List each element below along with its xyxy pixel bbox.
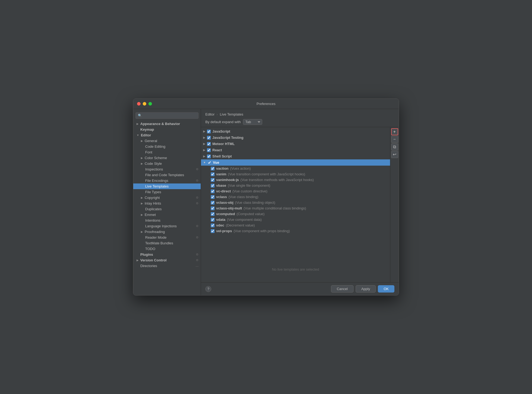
chevron-right-icon: ▶ [141, 196, 143, 199]
sidebar-item-directories[interactable]: Directories — [133, 263, 201, 269]
group-javascript-testing-checkbox[interactable] [207, 136, 211, 140]
group-react[interactable]: ▶ React [201, 147, 399, 153]
breadcrumb-part1: Editor [205, 112, 215, 116]
reset-template-button[interactable]: ↩ [391, 151, 398, 158]
sidebar-item-textmate-bundles[interactable]: TextMate Bundles [133, 240, 201, 246]
template-vanim[interactable]: vanim (Vue transition component with Jav… [201, 171, 399, 177]
template-vdec[interactable]: vdec (Decrement value) [201, 222, 399, 228]
sidebar-item-font[interactable]: Font [133, 149, 201, 155]
template-vanimhook-js[interactable]: vanimhook-js (Vue transition methods wit… [201, 177, 399, 183]
sidebar-item-code-style[interactable]: ▶ Code Style [133, 161, 201, 166]
add-template-button[interactable]: + [391, 128, 398, 135]
template-vclass-obj-mult-checkbox[interactable] [211, 206, 215, 210]
sidebar-item-version-control[interactable]: ▶ Version Control ⚙ [133, 257, 201, 263]
template-vclass-checkbox[interactable] [211, 195, 215, 199]
group-vue[interactable]: ▼ Vue [201, 159, 399, 166]
sidebar-item-appearance[interactable]: ▶ Appearance & Behavior [133, 121, 201, 127]
cancel-button[interactable]: Cancel [331, 285, 353, 293]
chevron-right-icon: ▶ [203, 136, 205, 139]
group-javascript[interactable]: ▶ JavaScript [201, 128, 399, 134]
template-vaction-checkbox[interactable] [211, 167, 215, 170]
template-desc: (Vue multiple conditional class bindings… [244, 206, 306, 210]
search-icon: 🔍 [138, 114, 142, 117]
titlebar: Preferences [133, 99, 399, 109]
expand-select[interactable]: Tab Enter Space [243, 119, 262, 125]
sidebar-item-label: Proofreading [145, 230, 165, 234]
sidebar-item-file-types[interactable]: File Types [133, 189, 201, 195]
preferences-window: Preferences 🔍 ▶ Appearance & Behavior Ke… [133, 98, 399, 296]
sidebar-item-label: Inspections [145, 167, 163, 171]
apply-button[interactable]: Apply [356, 285, 376, 293]
template-vanimhook-js-checkbox[interactable] [211, 178, 215, 182]
chevron-right-icon: ▶ [141, 139, 143, 142]
group-shell-script-checkbox[interactable] [207, 155, 211, 158]
sidebar-item-plugins[interactable]: Plugins ⚙ [133, 252, 201, 257]
sidebar-item-file-code-templates[interactable]: File and Code Templates [133, 172, 201, 178]
close-button[interactable] [137, 102, 141, 106]
sidebar-item-general[interactable]: ▶ General [133, 138, 201, 144]
template-name: vclass-obj-mult [216, 206, 242, 210]
template-vc-direct-checkbox[interactable] [211, 189, 215, 193]
sidebar-item-inlay-hints[interactable]: ▶ Inlay Hints ⚙ [133, 201, 201, 206]
group-label: JavaScript [212, 129, 230, 133]
template-vclass-obj-mult[interactable]: vclass-obj-mult (Vue multiple conditiona… [201, 205, 399, 211]
sidebar-item-language-injections[interactable]: Language Injections ⚙ [133, 223, 201, 229]
help-button[interactable]: ? [205, 286, 211, 292]
sidebar-item-label: Color Scheme [145, 156, 167, 160]
chevron-right-icon: ▶ [203, 149, 205, 152]
sidebar-item-intentions[interactable]: Intentions [133, 218, 201, 223]
sidebar-item-keymap[interactable]: Keymap [133, 127, 201, 132]
template-vc-direct[interactable]: vc-direct (Vue custom directive) [201, 188, 399, 194]
sidebar-item-file-encodings[interactable]: File Encodings ⚙ [133, 178, 201, 183]
group-javascript-checkbox[interactable] [207, 130, 211, 133]
template-desc: (Vuex action) [230, 166, 251, 170]
search-box[interactable]: 🔍 [135, 112, 199, 119]
remove-template-button[interactable]: − [391, 136, 398, 143]
search-input[interactable] [144, 114, 196, 117]
sidebar-item-color-scheme[interactable]: ▶ Color Scheme [133, 155, 201, 161]
copy-template-button[interactable]: ⧉ [391, 143, 398, 150]
sidebar-item-live-templates[interactable]: Live Templates [133, 183, 201, 189]
template-desc: (Vue class binding) [229, 195, 258, 199]
sidebar-item-code-editing[interactable]: Code Editing [133, 144, 201, 149]
sidebar-item-todo[interactable]: TODO [133, 246, 201, 252]
group-meteor-html[interactable]: ▶ Meteor HTML [201, 141, 399, 147]
template-vclass[interactable]: vclass (Vue class binding) [201, 194, 399, 200]
sidebar-item-editor[interactable]: ▼ Editor [133, 132, 201, 138]
group-label: Shell Script [212, 154, 232, 158]
template-vel-props-checkbox[interactable] [211, 229, 215, 233]
breadcrumb: Editor › Live Templates [205, 112, 394, 116]
template-vbase[interactable]: vbase (Vue single file component) [201, 183, 399, 188]
template-list: ▶ JavaScript ▶ JavaScript Testing ▶ [201, 127, 399, 282]
template-vclass-obj-checkbox[interactable] [211, 201, 215, 205]
template-vanim-checkbox[interactable] [211, 172, 215, 176]
group-vue-checkbox[interactable] [207, 161, 211, 165]
group-javascript-testing[interactable]: ▶ JavaScript Testing [201, 134, 399, 141]
template-vcomputed-checkbox[interactable] [211, 212, 215, 216]
maximize-button[interactable] [148, 102, 152, 106]
group-shell-script[interactable]: ▶ Shell Script [201, 153, 399, 159]
sidebar-item-emmet[interactable]: ▶ Emmet [133, 212, 201, 218]
template-vdata[interactable]: vdata (Vue component data) [201, 217, 399, 222]
sidebar-item-reader-mode[interactable]: Reader Mode ⚙ [133, 235, 201, 240]
sidebar-item-duplicates[interactable]: Duplicates [133, 206, 201, 212]
template-vclass-obj[interactable]: vclass-obj (Vue class binding object) [201, 200, 399, 205]
sidebar-item-label: File Types [145, 190, 161, 194]
sidebar-item-copyright[interactable]: ▶ Copyright ⚙ [133, 195, 201, 201]
sidebar-item-label: Editor [141, 133, 151, 137]
template-vcomputed[interactable]: vcomputed (Computed value) [201, 211, 399, 217]
group-react-checkbox[interactable] [207, 148, 211, 152]
main-header: Editor › Live Templates By default expan… [201, 109, 399, 127]
template-vaction[interactable]: vaction (Vuex action) [201, 166, 399, 171]
template-vdata-checkbox[interactable] [211, 218, 215, 222]
sidebar-item-label: Appearance & Behavior [140, 122, 180, 126]
sidebar-item-inspections[interactable]: Inspections ⚙ [133, 166, 201, 172]
group-meteor-html-checkbox[interactable] [207, 142, 211, 146]
template-vdec-checkbox[interactable] [211, 224, 215, 227]
template-vbase-checkbox[interactable] [211, 184, 215, 188]
footer-left: ? [205, 286, 211, 292]
minimize-button[interactable] [143, 102, 146, 106]
ok-button[interactable]: OK [378, 285, 394, 293]
sidebar-item-proofreading[interactable]: ▶ Proofreading [133, 229, 201, 235]
template-vel-props[interactable]: vel-props (Vue component with props bind… [201, 228, 399, 234]
